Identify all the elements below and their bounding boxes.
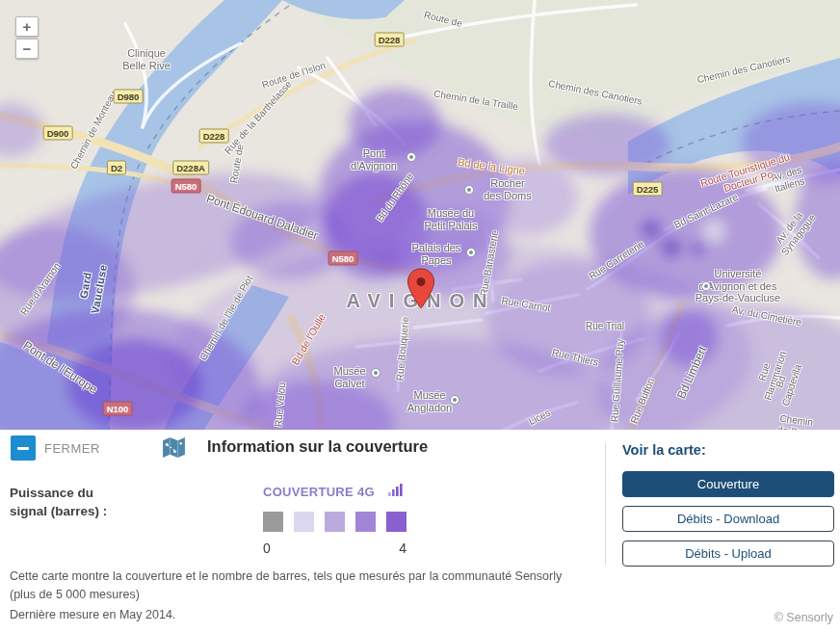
- map-type-button-couverture[interactable]: Couverture: [622, 471, 834, 497]
- legend-swatches: [263, 512, 427, 532]
- coverage-info-panel: FERMER Information sur la couverture Pui…: [0, 430, 840, 633]
- legend-swatch: [263, 512, 283, 532]
- zoom-in-button[interactable]: +: [15, 16, 39, 37]
- legend-swatch: [386, 512, 407, 532]
- sidebar-heading: Voir la carte:: [622, 442, 834, 458]
- signal-strength-label: Puissance du signal (barres) :: [10, 485, 107, 521]
- map-type-button-d-bits-upload[interactable]: Débits - Upload: [622, 541, 834, 567]
- vertical-divider: [605, 443, 606, 565]
- minus-icon: [17, 447, 29, 450]
- legend-title: COUVERTURE 4G: [263, 485, 375, 499]
- map-icon: [161, 435, 187, 464]
- map-marker[interactable]: [407, 268, 435, 314]
- map-type-sidebar: Voir la carte: CouvertureDébits - Downlo…: [622, 442, 834, 575]
- legend-scale-max: 4: [399, 541, 407, 556]
- signal-bars-icon: [388, 483, 403, 501]
- map-zoom-controls: + −: [15, 16, 39, 61]
- legend-swatch: [325, 512, 345, 532]
- panel-title: Information sur la couverture: [207, 437, 428, 456]
- map-pin-icon: [407, 268, 435, 310]
- coverage-description: Cette carte montre la couverture et le n…: [10, 567, 588, 625]
- legend-swatch: [355, 512, 376, 532]
- zoom-out-button[interactable]: −: [15, 39, 39, 59]
- description-line-2: Dernière mesure en May 2014.: [10, 606, 588, 624]
- map-canvas: [0, 0, 840, 430]
- close-panel-label[interactable]: FERMER: [44, 441, 100, 456]
- map-viewport[interactable]: Clinique Belle RiveChemin de MonteauRout…: [0, 0, 840, 430]
- coverage-legend: COUVERTURE 4G 0 4: [263, 483, 427, 556]
- description-line-1: Cette carte montre la couverture et le n…: [10, 567, 588, 604]
- map-type-button-d-bits-download[interactable]: Débits - Download: [622, 506, 834, 532]
- sensorly-coverage-page: Clinique Belle RiveChemin de MonteauRout…: [0, 0, 840, 633]
- legend-swatch: [294, 512, 314, 532]
- copyright-notice: © Sensorly: [774, 611, 833, 624]
- legend-scale-min: 0: [263, 541, 271, 556]
- close-panel-button[interactable]: [11, 435, 36, 461]
